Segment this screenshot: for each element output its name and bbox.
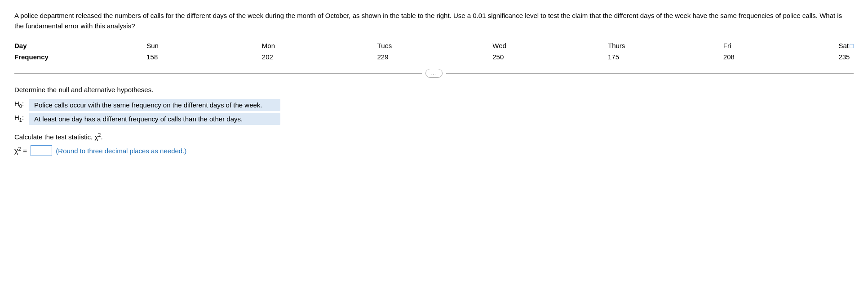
fri-header: Fri — [723, 40, 839, 51]
day-column-header: Day — [14, 40, 146, 51]
problem-description: A police department released the numbers… — [14, 11, 850, 31]
table-icon[interactable]: □ — [850, 42, 853, 49]
calc-instruction: Calculate the test statistic, χ2. — [14, 132, 854, 141]
thurs-value: 175 — [608, 51, 723, 62]
h1-text: At least one day has a different frequen… — [29, 113, 280, 125]
sun-header: Sun — [146, 40, 262, 51]
mon-value: 202 — [262, 51, 377, 62]
h0-text: Police calls occur with the same frequen… — [29, 99, 280, 111]
h1-label: H1: — [14, 113, 29, 123]
hypotheses-instruction: Determine the null and alternative hypot… — [14, 86, 854, 94]
wed-header: Wed — [492, 40, 608, 51]
thurs-header: Thurs — [608, 40, 723, 51]
fri-value: 208 — [723, 51, 839, 62]
divider: ... — [14, 69, 854, 78]
chi-row: χ2 = (Round to three decimal places as n… — [14, 145, 854, 156]
frequency-row-label: Frequency — [14, 51, 146, 62]
chi-symbol: χ2 = — [14, 146, 27, 155]
hypotheses-section: Determine the null and alternative hypot… — [14, 86, 854, 125]
chi-input[interactable] — [31, 145, 52, 156]
h0-label: H0: — [14, 99, 29, 109]
sun-value: 158 — [146, 51, 262, 62]
sat-header: Sat — [838, 40, 850, 51]
sat-value: 235 — [838, 51, 850, 62]
test-statistic-section: Calculate the test statistic, χ2. χ2 = (… — [14, 132, 854, 156]
expand-button[interactable]: ... — [425, 69, 443, 78]
wed-value: 250 — [492, 51, 608, 62]
divider-line-right — [446, 73, 854, 74]
hypothesis-block: H0: Police calls occur with the same fre… — [14, 99, 854, 125]
divider-line-left — [14, 73, 422, 74]
h0-row: H0: Police calls occur with the same fre… — [14, 99, 854, 111]
h1-row: H1: At least one day has a different fre… — [14, 113, 854, 125]
mon-header: Mon — [262, 40, 377, 51]
tues-value: 229 — [377, 51, 493, 62]
data-table: Day Sun Mon Tues Wed Thurs Fri Sat □ Fre… — [14, 40, 854, 62]
tues-header: Tues — [377, 40, 493, 51]
chi-hint: (Round to three decimal places as needed… — [56, 147, 186, 155]
